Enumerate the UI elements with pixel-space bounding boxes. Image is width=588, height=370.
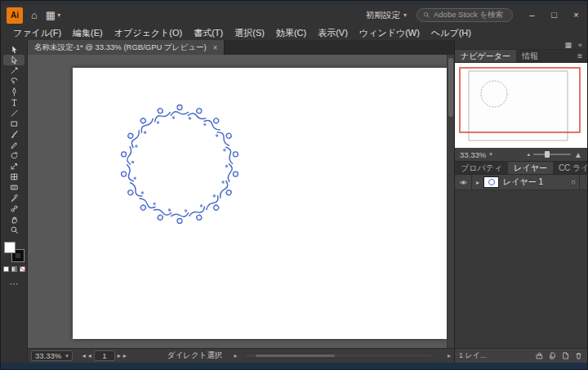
current-tool-status: ダイレクト選択: [167, 350, 223, 361]
layers-footer: 1 レイ...: [455, 348, 587, 363]
document-tabbar: 名称未設定-1* @ 33.33% (RGB/GPU プレビュー) ×: [28, 40, 454, 55]
tab-cc-libraries[interactable]: CC ライブラリ: [553, 162, 588, 174]
rotate-tool[interactable]: [3, 150, 24, 161]
close-button[interactable]: ×: [565, 5, 587, 25]
make-clipping-mask-icon[interactable]: [535, 351, 544, 360]
menubar: ファイル(F) 編集(E) オブジェクト(O) 書式(T) 選択(S) 効果(C…: [1, 25, 587, 40]
edit-toolbar-button[interactable]: ⋯: [3, 279, 24, 289]
layers-count-status: 1 レイ...: [459, 350, 531, 361]
navigator-artboard-outline: [469, 71, 568, 140]
document-tab-title: 名称未設定-1* @ 33.33% (RGB/GPU プレビュー): [34, 42, 207, 53]
lasso-tool[interactable]: [3, 76, 24, 87]
line-segment-tool[interactable]: [3, 108, 24, 118]
stock-search-input[interactable]: Adobe Stock を検索: [416, 8, 513, 22]
selection-tool[interactable]: [3, 44, 24, 55]
zoom-slider-thumb[interactable]: [545, 151, 550, 158]
horizontal-scrollbar[interactable]: [243, 353, 433, 359]
chevron-down-icon: ▾: [65, 353, 69, 359]
menu-effect[interactable]: 効果(C): [270, 27, 312, 39]
artboard-number-field[interactable]: 1: [94, 350, 115, 361]
layer-expand-icon[interactable]: ▸: [472, 179, 483, 186]
menu-help[interactable]: ヘルプ(H): [425, 27, 477, 39]
type-tool[interactable]: [3, 97, 24, 108]
gradient-mode-button[interactable]: [11, 266, 17, 272]
status-flyout-icon[interactable]: ▸: [234, 352, 237, 359]
last-artboard-button[interactable]: ▸: [123, 352, 127, 359]
navigator-preview[interactable]: [455, 63, 587, 148]
collapse-panels-icon[interactable]: «: [578, 41, 582, 49]
pencil-tool[interactable]: [3, 140, 24, 150]
horizontal-scrollbar-thumb[interactable]: [256, 354, 334, 357]
windows-taskbar: [1, 363, 587, 369]
tab-close-icon[interactable]: ×: [213, 43, 218, 52]
direct-selection-tool[interactable]: [3, 55, 24, 65]
document-tab[interactable]: 名称未設定-1* @ 33.33% (RGB/GPU プレビュー) ×: [28, 40, 225, 55]
menu-select[interactable]: 選択(S): [229, 27, 270, 39]
scroll-right-icon[interactable]: ▸: [448, 352, 451, 359]
pen-tool[interactable]: [3, 87, 24, 97]
dock-grid-icon[interactable]: ▦: [564, 41, 572, 49]
arrange-documents-icon[interactable]: ▦▾: [46, 9, 60, 21]
fill-stroke-control[interactable]: [4, 242, 24, 261]
tab-properties[interactable]: プロパティ: [455, 162, 508, 174]
layer-selection-column[interactable]: [579, 175, 587, 189]
menu-file[interactable]: ファイル(F): [7, 27, 67, 39]
panel-group-tabbar: プロパティ レイヤー CC ライブラリ: [455, 162, 587, 175]
minimize-button[interactable]: –: [521, 5, 543, 25]
navigator-zoom-value[interactable]: 33.33%: [460, 150, 486, 159]
menu-type[interactable]: 書式(T): [188, 27, 229, 39]
layer-visibility-toggle[interactable]: [455, 175, 472, 189]
menu-window[interactable]: ウィンドウ(W): [354, 27, 425, 39]
menu-edit[interactable]: 編集(E): [67, 27, 109, 39]
artboard[interactable]: [73, 68, 448, 339]
workspace-switcher[interactable]: 初期設定 ▾: [366, 10, 407, 21]
zoom-tool[interactable]: [3, 225, 24, 235]
previous-artboard-button[interactable]: ◂: [88, 352, 91, 359]
zoom-out-icon[interactable]: ▴: [528, 151, 531, 158]
new-sublayer-icon[interactable]: [548, 351, 557, 360]
blend-tool[interactable]: [3, 203, 24, 214]
gradient-tool[interactable]: [3, 182, 24, 193]
new-layer-icon[interactable]: [561, 351, 570, 360]
none-mode-button[interactable]: [20, 266, 25, 272]
layer-target-icon[interactable]: ○: [572, 178, 576, 186]
panel-menu-icon[interactable]: ≡: [577, 50, 587, 62]
status-zoom-select[interactable]: 33.33% ▾: [31, 350, 73, 361]
vertical-scrollbar-thumb[interactable]: [448, 58, 453, 117]
hand-tool[interactable]: [3, 214, 24, 225]
chevron-down-icon: ▾: [403, 11, 407, 19]
tab-layers[interactable]: レイヤー: [508, 162, 553, 174]
canvas[interactable]: [28, 55, 454, 348]
app-logo: Ai: [7, 7, 23, 24]
free-transform-tool[interactable]: [3, 172, 24, 182]
scale-tool[interactable]: [3, 161, 24, 172]
ornament-wreath: [73, 68, 448, 339]
maximize-button[interactable]: □: [543, 5, 565, 25]
magic-wand-tool[interactable]: [3, 65, 24, 76]
paintbrush-tool[interactable]: [3, 129, 24, 140]
menu-view[interactable]: 表示(V): [312, 27, 354, 39]
eyedropper-tool[interactable]: [3, 193, 24, 203]
fill-color-swatch[interactable]: [4, 242, 16, 253]
navigator-zoom-slider[interactable]: [533, 154, 571, 155]
eye-icon: [459, 178, 468, 187]
search-icon: [423, 11, 430, 19]
artboard-navigation: ◂ ◂ 1 ▸ ▸: [82, 350, 127, 361]
layer-row[interactable]: ▸ レイヤー 1 ○: [455, 175, 587, 190]
home-icon[interactable]: ⌂: [31, 9, 38, 21]
delete-layer-icon[interactable]: [574, 351, 583, 360]
document-statusbar: 33.33% ▾ ◂ ◂ 1 ▸ ▸ ダイレクト選択 ▸ ▸: [28, 348, 454, 363]
navigator-footer: 33.33% ▾ ▴ ▲: [455, 148, 587, 162]
navigator-tabbar: ナビゲーター 情報 ≡: [455, 50, 587, 63]
layer-name[interactable]: レイヤー 1: [503, 176, 572, 188]
rectangle-tool[interactable]: [3, 118, 24, 129]
menu-object[interactable]: オブジェクト(O): [109, 27, 188, 39]
vertical-scrollbar[interactable]: [447, 55, 454, 348]
color-mode-button[interactable]: [3, 266, 9, 272]
first-artboard-button[interactable]: ◂: [82, 352, 86, 359]
tab-navigator[interactable]: ナビゲーター: [455, 50, 516, 62]
toolbar: ⋯: [1, 40, 28, 363]
zoom-in-icon[interactable]: ▲: [574, 150, 582, 159]
next-artboard-button[interactable]: ▸: [118, 352, 121, 359]
tab-info[interactable]: 情報: [516, 50, 544, 62]
